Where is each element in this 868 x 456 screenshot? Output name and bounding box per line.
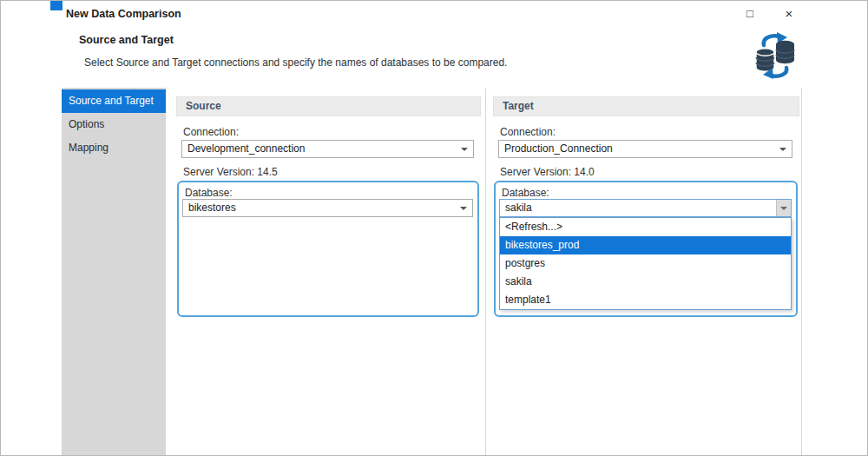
new-data-comparison-dialog: New Data Comparison □ × Source and Targe… — [0, 0, 868, 456]
source-server-version: Server Version: 14.5 — [183, 166, 278, 178]
source-database-value: bikestores — [188, 202, 236, 214]
close-button[interactable]: × — [776, 2, 802, 26]
chevron-down-icon — [779, 148, 786, 151]
target-database-value: sakila — [505, 200, 532, 216]
sidebar-item-label: Mapping — [69, 142, 108, 154]
chevron-down-icon — [780, 207, 787, 210]
source-database-dropdown[interactable]: bikestores — [182, 199, 473, 217]
target-database-dropdown-list: <Refresh...> bikestores_prod postgres sa… — [499, 217, 792, 310]
source-connection-label: Connection: — [183, 126, 239, 138]
source-panel-header: Source — [176, 96, 481, 116]
target-database-group: Database: sakila <Refresh...> bikestores… — [494, 181, 798, 317]
page-title: Source and Target — [79, 34, 174, 46]
dropdown-option-template1[interactable]: template1 — [500, 291, 791, 309]
dropdown-option-bikestores-prod[interactable]: bikestores_prod — [500, 236, 791, 254]
source-connection-value: Development_connection — [187, 142, 305, 155]
sidebar-item-label: Source and Target — [69, 95, 154, 107]
dropdown-option-sakila[interactable]: sakila — [500, 273, 791, 291]
source-panel: Source Connection: Development_connectio… — [176, 88, 481, 456]
target-database-combobox[interactable]: sakila — [499, 199, 792, 217]
dropdown-option-postgres[interactable]: postgres — [500, 254, 791, 273]
panel-divider — [485, 88, 486, 456]
sidebar-item-source-and-target[interactable]: Source and Target — [62, 89, 166, 113]
close-icon: × — [786, 6, 793, 21]
dropdown-option-refresh[interactable]: <Refresh...> — [500, 218, 791, 236]
panel-divider — [801, 88, 802, 456]
window-accent — [50, 1, 62, 10]
source-connection-dropdown[interactable]: Development_connection — [181, 140, 474, 158]
target-connection-label: Connection: — [500, 126, 556, 138]
sidebar-item-label: Options — [69, 118, 104, 130]
database-sync-icon — [753, 32, 798, 79]
main-content: Source Connection: Development_connectio… — [166, 88, 868, 456]
target-database-label: Database: — [502, 187, 549, 199]
combo-dropdown-button[interactable] — [776, 200, 791, 216]
target-server-version: Server Version: 14.0 — [500, 166, 595, 178]
source-database-label: Database: — [185, 187, 233, 199]
target-connection-dropdown[interactable]: Production_Connection — [498, 140, 792, 158]
chevron-down-icon — [460, 207, 467, 210]
window-title: New Data Comparison — [66, 1, 181, 27]
target-connection-value: Production_Connection — [504, 142, 613, 155]
wizard-sidebar: Source and Target Options Mapping — [62, 88, 166, 456]
maximize-icon: □ — [746, 7, 753, 20]
source-database-group: Database: bikestores — [177, 181, 479, 317]
sidebar-item-options[interactable]: Options — [62, 113, 166, 136]
maximize-button[interactable]: □ — [737, 2, 763, 26]
target-panel-header: Target — [493, 96, 799, 116]
chevron-down-icon — [461, 148, 468, 151]
sidebar-item-mapping[interactable]: Mapping — [62, 136, 166, 160]
target-panel: Target Connection: Production_Connection… — [493, 88, 799, 456]
titlebar: New Data Comparison □ × — [1, 1, 867, 27]
page-subtitle: Select Source and Target connections and… — [84, 56, 507, 69]
